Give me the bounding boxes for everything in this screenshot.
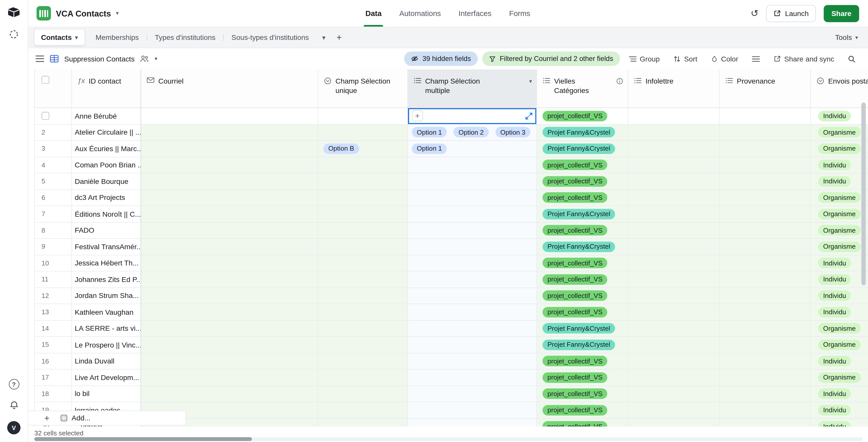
- envois-cell[interactable]: Organisme: [811, 206, 868, 222]
- primary-cell[interactable]: Coman Poon Brian ...: [72, 157, 142, 173]
- primary-cell[interactable]: FADO: [72, 223, 142, 239]
- row-number-cell[interactable]: 10: [34, 255, 72, 271]
- categories-cell[interactable]: projet_collectif_VS: [537, 174, 628, 190]
- courriel-cell[interactable]: [141, 288, 318, 304]
- primary-cell[interactable]: Live Art Developm...: [72, 370, 142, 386]
- view-sidebar-toggle-icon[interactable]: [35, 55, 44, 63]
- infolettre-cell[interactable]: [628, 157, 720, 173]
- workspace-icon[interactable]: [36, 6, 51, 21]
- categories-cell[interactable]: Projet Fanny&Crystel: [537, 141, 628, 157]
- tools-menu[interactable]: Tools ▾: [835, 33, 861, 42]
- view-name[interactable]: Suppression Contacts: [64, 55, 134, 63]
- courriel-cell[interactable]: [141, 157, 318, 173]
- courriel-cell[interactable]: [141, 304, 318, 320]
- categories-cell[interactable]: projet_collectif_VS: [537, 271, 628, 288]
- multi-select-cell[interactable]: [408, 157, 537, 173]
- envois-cell[interactable]: Organisme: [811, 190, 868, 206]
- user-avatar[interactable]: V: [7, 421, 20, 434]
- multi-select-cell[interactable]: Option 1: [408, 141, 537, 157]
- share-button[interactable]: Share: [824, 5, 859, 22]
- envois-cell[interactable]: Individu: [811, 271, 868, 288]
- tab-data[interactable]: Data: [356, 0, 391, 27]
- multi-select-cell[interactable]: [408, 255, 537, 271]
- row-number-cell[interactable]: 15: [34, 337, 72, 353]
- row-number-cell[interactable]: 14: [34, 321, 72, 337]
- view-tabs-chevron-icon[interactable]: ▾: [316, 33, 331, 41]
- column-header-champ-selection-multiple[interactable]: Champ Sélection multiple ▾: [408, 69, 537, 108]
- primary-cell[interactable]: lo bil: [72, 386, 142, 402]
- categories-cell[interactable]: Projet Fanny&Crystel: [537, 337, 628, 353]
- single-select-cell[interactable]: [318, 370, 408, 386]
- infolettre-cell[interactable]: [628, 288, 720, 304]
- infolettre-cell[interactable]: [628, 337, 720, 353]
- share-and-sync-button[interactable]: Share and sync: [769, 52, 839, 66]
- envois-cell[interactable]: Individu: [811, 402, 868, 418]
- courriel-cell[interactable]: [141, 271, 318, 288]
- add-more-button[interactable]: Add...: [60, 414, 90, 422]
- row-number-cell[interactable]: 9: [34, 239, 72, 255]
- multi-select-cell[interactable]: [408, 370, 537, 386]
- primary-cell[interactable]: Festival TransAmér...: [72, 239, 142, 255]
- row-number-cell[interactable]: 18: [34, 386, 72, 402]
- provenance-cell[interactable]: [719, 304, 811, 320]
- courriel-cell[interactable]: [141, 321, 318, 337]
- view-tab-memberships[interactable]: Memberships: [88, 27, 147, 48]
- multi-select-cell[interactable]: [408, 386, 537, 402]
- envois-cell[interactable]: Organisme: [811, 124, 868, 141]
- view-tab-contacts[interactable]: Contacts ▾: [34, 29, 85, 46]
- column-header-courriel[interactable]: Courriel: [141, 69, 318, 108]
- courriel-cell[interactable]: [141, 124, 318, 141]
- row-checkbox[interactable]: [42, 112, 50, 120]
- provenance-cell[interactable]: [719, 419, 811, 427]
- courriel-cell[interactable]: [141, 255, 318, 271]
- provenance-cell[interactable]: [719, 353, 811, 370]
- single-select-cell[interactable]: [318, 337, 408, 353]
- multi-select-cell[interactable]: [408, 321, 537, 337]
- infolettre-cell[interactable]: [628, 124, 720, 141]
- omni-icon[interactable]: [9, 29, 19, 39]
- provenance-cell[interactable]: [719, 206, 811, 222]
- categories-cell[interactable]: projet_collectif_VS: [537, 157, 628, 173]
- column-header-id-contact[interactable]: ƒx ID contact: [72, 69, 142, 108]
- categories-cell[interactable]: projet_collectif_VS: [537, 288, 628, 304]
- infolettre-cell[interactable]: [628, 141, 720, 157]
- infolettre-cell[interactable]: [628, 108, 720, 124]
- primary-cell[interactable]: Le Prospero || Vinc...: [72, 337, 142, 353]
- tab-automations[interactable]: Automations: [390, 0, 450, 27]
- categories-cell[interactable]: Projet Fanny&Crystel: [537, 124, 628, 141]
- categories-cell[interactable]: projet_collectif_VS: [537, 370, 628, 386]
- add-record-button[interactable]: +: [44, 414, 49, 422]
- launch-button[interactable]: Launch: [766, 5, 816, 22]
- multi-select-cell[interactable]: [408, 402, 537, 418]
- multi-select-cell[interactable]: [408, 304, 537, 320]
- add-view-tab-button[interactable]: +: [331, 32, 347, 42]
- expand-record-icon[interactable]: [525, 112, 532, 119]
- row-number-cell[interactable]: 4: [34, 157, 72, 173]
- categories-cell[interactable]: projet_collectif_VS: [537, 304, 628, 320]
- chevron-down-icon[interactable]: ▾: [116, 10, 119, 16]
- multi-select-cell[interactable]: Option 1Option 2Option 3: [408, 124, 537, 141]
- primary-cell[interactable]: dc3 Art Projects: [72, 190, 142, 206]
- provenance-cell[interactable]: [719, 223, 811, 239]
- provenance-cell[interactable]: [719, 255, 811, 271]
- provenance-cell[interactable]: [719, 239, 811, 255]
- provenance-cell[interactable]: [719, 386, 811, 402]
- primary-cell[interactable]: Kathleen Vaughan: [72, 304, 142, 320]
- envois-cell[interactable]: Individu: [811, 304, 868, 320]
- categories-cell[interactable]: projet_collectif_VS: [537, 386, 628, 402]
- row-number-cell[interactable]: 3: [34, 141, 72, 157]
- single-select-cell[interactable]: [318, 206, 408, 222]
- courriel-cell[interactable]: [141, 206, 318, 222]
- primary-cell[interactable]: Danièle Bourque: [72, 174, 142, 190]
- view-tab-sous-types-institutions[interactable]: Sous-types d'institutions: [224, 27, 316, 48]
- row-number-cell[interactable]: 12: [34, 288, 72, 304]
- row-number-cell[interactable]: 7: [34, 206, 72, 222]
- multi-select-cell[interactable]: [408, 206, 537, 222]
- row-number-cell[interactable]: [34, 108, 72, 124]
- multi-select-cell[interactable]: [408, 288, 537, 304]
- single-select-cell[interactable]: [318, 304, 408, 320]
- provenance-cell[interactable]: [719, 124, 811, 141]
- infolettre-cell[interactable]: [628, 174, 720, 190]
- multi-select-cell[interactable]: [408, 239, 537, 255]
- single-select-cell[interactable]: [318, 124, 408, 141]
